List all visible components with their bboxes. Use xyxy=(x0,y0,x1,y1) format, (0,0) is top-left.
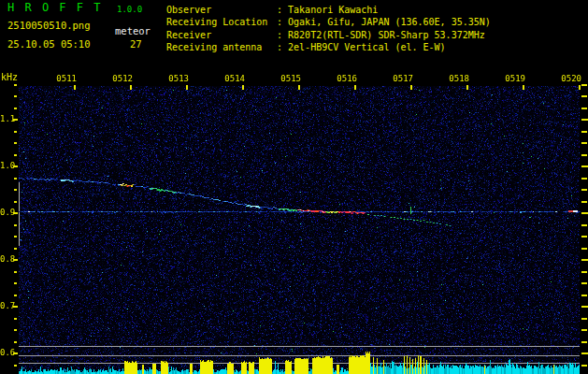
info-value: Ogaki, Gifu, JAPAN (136.60E, 35.35N) xyxy=(288,16,491,28)
mode-label: meteor xyxy=(115,25,151,36)
info-row: Receiving antenna: 2el-HB9CV Vertical (e… xyxy=(166,41,491,53)
info-label: Observer xyxy=(166,4,277,16)
freq-axis-label: 0.6 xyxy=(0,348,14,357)
info-value: Takanori Kawachi xyxy=(288,4,378,16)
info-row: Receiver: R820T2(RTL-SDR) SDR-Sharp 53.3… xyxy=(166,29,491,41)
app-title: H R O F F T xyxy=(7,1,102,14)
time-axis-label: 0511 xyxy=(54,74,77,83)
time-axis-label: 0514 xyxy=(222,74,245,83)
freq-axis-label: 0.9 xyxy=(0,208,14,217)
info-label: Receiving Location xyxy=(166,16,277,28)
freq-axis-unit: kHz xyxy=(1,72,18,82)
freq-axis-label: 0.7 xyxy=(0,301,14,310)
time-axis-label: 0515 xyxy=(279,74,301,83)
datetime-label: 25.10.05 05:10 xyxy=(7,38,91,50)
station-info-panel: Observer: Takanori KawachiReceiving Loca… xyxy=(166,4,491,53)
hrofft-screen: H R O F F T 1.0.0 2510050510.png meteor … xyxy=(0,0,588,374)
freq-axis-label: 0.8 xyxy=(0,254,14,264)
output-filename: 2510050510.png xyxy=(7,20,91,31)
info-separator: : xyxy=(277,4,288,16)
echo-count: 27 xyxy=(130,38,142,50)
time-axis-label: 0517 xyxy=(391,74,413,83)
time-axis-label: 0513 xyxy=(166,74,189,83)
time-axis-label: 0516 xyxy=(335,74,357,83)
info-value: R820T2(RTL-SDR) SDR-Sharp 53.372MHz xyxy=(288,29,485,41)
info-separator: : xyxy=(277,29,288,41)
info-label: Receiving antenna xyxy=(166,41,277,53)
info-row: Observer: Takanori Kawachi xyxy=(166,4,491,16)
freq-axis-label: 1.0 xyxy=(0,161,14,170)
info-separator: : xyxy=(277,16,288,28)
freq-axis-label: 1.1 xyxy=(0,114,14,123)
spectrogram-canvas xyxy=(0,65,588,374)
info-label: Receiver xyxy=(166,29,277,41)
time-axis-label: 0518 xyxy=(447,74,469,83)
info-separator: : xyxy=(277,41,288,53)
time-axis-label: 0520 xyxy=(559,74,581,83)
info-row: Receiving Location: Ogaki, Gifu, JAPAN (… xyxy=(166,16,491,28)
time-axis-label: 0512 xyxy=(110,74,133,83)
app-version: 1.0.0 xyxy=(117,5,142,14)
info-value: 2el-HB9CV Vertical (el. E-W) xyxy=(288,41,446,53)
time-axis-label: 0519 xyxy=(503,74,525,83)
